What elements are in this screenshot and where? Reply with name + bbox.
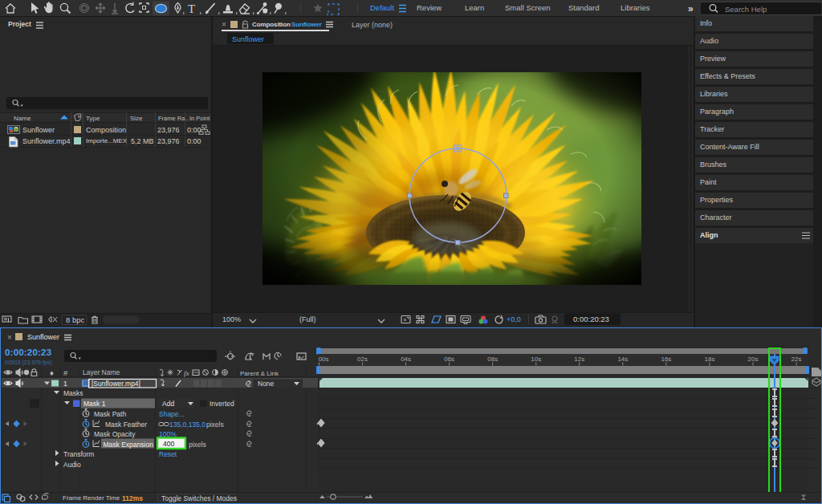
svg-text:+0,0: +0,0 xyxy=(507,315,521,323)
svg-text:Reset: Reset xyxy=(159,450,177,458)
svg-text:♦: ♦ xyxy=(50,368,54,377)
svg-text:135,0,135,0: 135,0,135,0 xyxy=(169,420,206,428)
svg-text:06s: 06s xyxy=(444,356,454,363)
svg-text:Audio: Audio xyxy=(63,460,81,468)
svg-text:16s: 16s xyxy=(661,356,671,363)
svg-text:pixels: pixels xyxy=(206,420,224,428)
svg-text:10s: 10s xyxy=(531,356,541,363)
svg-text:Transform: Transform xyxy=(63,450,94,458)
svg-text:0:00:20:23: 0:00:20:23 xyxy=(573,315,609,323)
svg-text:8 bpc: 8 bpc xyxy=(66,315,84,324)
svg-text:fx: fx xyxy=(184,369,189,377)
svg-text:Inverted: Inverted xyxy=(210,400,234,408)
svg-text:12s: 12s xyxy=(574,356,584,363)
svg-text:T: T xyxy=(188,2,195,15)
svg-text:04s: 04s xyxy=(401,356,411,363)
svg-text:400: 400 xyxy=(163,440,174,448)
svg-text:1: 1 xyxy=(63,380,67,388)
svg-text:02s: 02s xyxy=(357,356,368,363)
svg-text:Mask Feather: Mask Feather xyxy=(105,420,147,428)
svg-text:Add: Add xyxy=(162,400,174,408)
svg-text:Mask Opacity: Mask Opacity xyxy=(94,430,136,438)
svg-text:08s: 08s xyxy=(487,356,498,363)
svg-text:0:00s: 0:00s xyxy=(318,356,329,363)
svg-text:Shape...: Shape... xyxy=(159,410,185,418)
svg-text:Masks: Masks xyxy=(63,389,83,397)
svg-text:20s: 20s xyxy=(748,356,759,363)
svg-text:Mask 1: Mask 1 xyxy=(83,400,106,408)
svg-text:22s: 22s xyxy=(791,356,802,363)
svg-text:pixels: pixels xyxy=(189,440,206,448)
svg-text:Mask Expansion: Mask Expansion xyxy=(104,440,154,448)
svg-text:#: # xyxy=(63,368,68,377)
svg-text:14s: 14s xyxy=(617,356,628,363)
svg-text:18s: 18s xyxy=(704,356,714,363)
svg-text:Parent & Link: Parent & Link xyxy=(240,370,279,377)
svg-text:[Sunflower.mp4]: [Sunflower.mp4] xyxy=(92,380,140,388)
svg-text:None: None xyxy=(258,380,275,388)
svg-text:Mask Path: Mask Path xyxy=(94,410,126,418)
